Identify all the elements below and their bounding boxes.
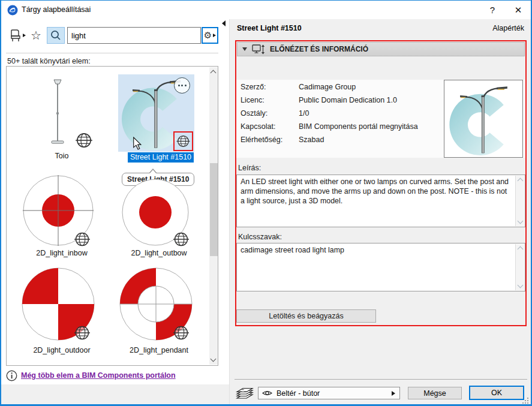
keywords-textarea[interactable]: cadimage street road light lamp [236,243,525,291]
layer-combo-value: Beltér - bútor [276,389,320,398]
footer-separator [235,379,527,380]
textarea-scrollbar[interactable] [515,244,524,290]
resize-grip[interactable] [521,396,528,404]
preview-pane-icon [252,44,265,55]
keywords-text: cadimage street road light lamp [241,246,344,254]
download-globe-icon[interactable] [73,230,92,249]
description-textarea[interactable]: An LED street light with either one or t… [236,175,525,227]
scroll-up-icon[interactable] [517,178,523,184]
section-title: ELŐNÉZET ÉS INFORMÁCIÓ [270,45,368,53]
title-bar[interactable]: Tárgy alapbeállításai ? ✕ [1,1,531,19]
section-collapse-icon[interactable] [242,47,247,51]
download-globe-icon[interactable] [172,323,191,342]
chair-icon [10,29,22,42]
toolbar-separator [6,53,218,53]
field-value: 1/0 [299,109,309,118]
download-globe-icon[interactable] [172,230,191,249]
object-settings-dialog: Tárgy alapbeállításai ? ✕ ☆ ⚙ 50 [0,0,532,406]
field-label: Elérhetőség: [241,136,282,144]
selected-item-label[interactable]: Street Light #1510 [128,152,194,163]
object-preview-image [444,80,523,158]
street-light-thumbnail[interactable] [118,74,194,152]
scroll-up-icon[interactable] [211,70,217,76]
field-label: Szerző: [241,83,266,91]
download-globe-icon[interactable] [74,130,94,151]
library-panel: ☆ ⚙ 50+ talált könyvtári elem: Toio [1,19,229,384]
scrollbar-thumb[interactable] [210,163,218,256]
download-globe-icon[interactable] [73,323,92,342]
field-value: Cadimage Group [299,83,356,91]
section-header[interactable]: ELŐNÉZET ÉS INFORMÁCIÓ [237,42,525,56]
flyout-arrow-icon [213,34,216,37]
scroll-down-icon[interactable] [211,356,217,362]
field-value: Public Domain Dedication 1.0 [299,96,397,104]
field-value: Szabad [299,136,324,144]
window-title: Tárgy alapbeállításai [22,5,91,14]
description-label: Leírás: [238,164,261,172]
more-options-button[interactable] [174,77,190,94]
gear-icon: ⚙ [204,30,212,41]
field-label: Licenc: [241,96,265,104]
list-item-label[interactable]: 2D_light_pendant [107,346,211,354]
layers-icon[interactable] [236,386,254,399]
globe-annotation-frame [173,131,193,151]
ok-button[interactable]: OK [469,386,524,400]
folder-view-button[interactable] [8,27,26,44]
cancel-button[interactable]: Mégse [408,387,462,399]
close-button[interactable]: ✕ [509,3,527,17]
search-mode-button[interactable] [47,27,65,44]
collapse-panel-arrow-icon[interactable] [222,20,226,26]
field-label: Kapcsolat: [241,122,275,131]
scroll-down-icon[interactable] [517,218,523,224]
download-embed-button[interactable]: Letöltés és beágyazás [236,309,376,323]
favorites-button[interactable]: ☆ [28,27,44,44]
mouse-cursor-icon [133,137,142,150]
description-text: An LED street light with either one or t… [241,178,509,205]
flyout-arrow-icon [23,34,26,37]
bim-components-link[interactable]: Még több elem a BIM Components portálon [21,371,176,380]
archicad-logo-icon [7,5,18,16]
list-scrollbar[interactable] [209,67,218,365]
list-item-label-selected[interactable]: Street Light #1510 [113,153,208,161]
default-value-label: Alapérték [492,24,524,32]
scroll-down-icon[interactable] [517,282,523,288]
help-button[interactable]: ? [485,3,500,17]
search-input[interactable] [67,27,201,44]
eye-icon [262,389,272,397]
results-count-label: 50+ talált könyvtári elem: [7,57,91,65]
search-icon [50,29,62,41]
list-item-label[interactable]: 2D_light_outdoor [10,346,113,354]
star-icon: ☆ [31,28,41,43]
info-icon [6,370,17,381]
download-globe-icon[interactable] [175,133,191,149]
textarea-scrollbar[interactable] [515,176,524,226]
layer-combo[interactable]: Beltér - bútor [258,387,400,399]
details-panel: Street Light #1510 Alapérték ELŐNÉZET ÉS… [230,19,531,405]
keywords-label: Kulcsszavak: [238,233,282,241]
search-settings-button[interactable]: ⚙ [202,27,218,44]
preview-info-group-annotated: ELŐNÉZET ÉS INFORMÁCIÓ Szerző: Cadimage … [235,40,527,326]
combo-expand-icon [392,391,395,396]
field-value[interactable]: BIM Components portál megnyitása [299,122,418,131]
list-item-label[interactable]: Toio [14,152,110,160]
list-item-label[interactable]: 2D_light_inbow [10,249,113,257]
field-label: Osztály: [241,109,267,118]
more-elements-row: Még több elem a BIM Components portálon [6,369,222,382]
toio-lamp-thumbnail[interactable] [44,76,71,151]
scroll-up-icon[interactable] [517,246,523,252]
selected-object-title: Street Light #1510 [237,24,302,32]
library-item-list[interactable]: Toio Street Light #1510 Street Light #15… [6,66,218,366]
list-item-label[interactable]: 2D_light_outbow [107,249,211,257]
